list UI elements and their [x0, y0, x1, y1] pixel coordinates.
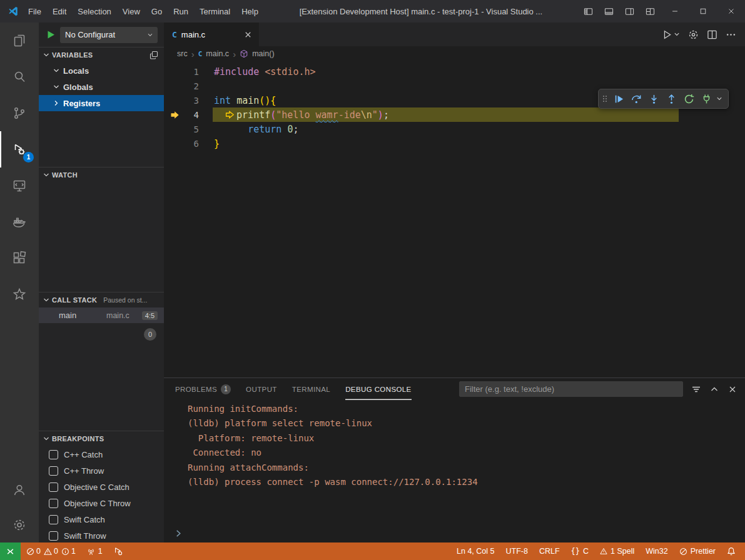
stack-frame-row[interactable]: main main.c 4:5	[39, 308, 164, 323]
encoding-status[interactable]: UTF-8	[500, 542, 533, 560]
code-editor[interactable]: 1#include <stdio.h>23int main(){4 printf…	[164, 61, 745, 378]
close-panel-icon[interactable]	[727, 384, 737, 394]
code-line-4[interactable]: 4 printf("hello wamr-ide\n");	[164, 108, 745, 122]
layout-panel-icon[interactable]	[599, 0, 619, 22]
code-line-6[interactable]: 6}	[164, 136, 745, 151]
console-filter-input[interactable]	[459, 381, 683, 397]
breakpoint-item[interactable]: Swift Throw	[39, 528, 164, 542]
breadcrumb-folder[interactable]: src	[177, 49, 188, 58]
debug-status[interactable]	[108, 542, 128, 560]
menu-go[interactable]: Go	[146, 4, 168, 19]
breakpoints-pane: BREAKPOINTS C++ CatchC++ ThrowObjective …	[39, 431, 164, 542]
activitybar-docker[interactable]	[0, 204, 39, 240]
line-number: 1	[185, 67, 199, 77]
menu-run[interactable]: Run	[168, 4, 194, 19]
code-line-5[interactable]: 5 return 0;	[164, 122, 745, 136]
variables-scope-globals[interactable]: Globals	[39, 79, 164, 95]
activitybar-star[interactable]	[0, 276, 39, 312]
editor-group: C main.c src › C main.c › main()	[164, 22, 745, 542]
menu-help[interactable]: Help	[236, 4, 264, 19]
stackframe-arrow-icon	[225, 111, 236, 119]
code-line-1[interactable]: 1#include <stdio.h>	[164, 64, 745, 79]
step-over-icon[interactable]	[631, 94, 642, 104]
menu-selection[interactable]: Selection	[72, 4, 116, 19]
breakpoint-checkbox[interactable]	[49, 531, 58, 541]
step-into-icon[interactable]	[648, 94, 660, 104]
layout-sidebar-icon[interactable]	[578, 0, 599, 22]
maximize-panel-icon[interactable]	[709, 384, 719, 394]
layout-secondary-sidebar-icon[interactable]	[619, 0, 640, 22]
breakpoint-item[interactable]: C++ Throw	[39, 462, 164, 479]
more-actions-icon[interactable]	[726, 29, 736, 40]
tab-problems[interactable]: PROBLEMS 1	[175, 378, 231, 400]
tab-main-c[interactable]: C main.c	[164, 22, 259, 46]
activitybar-settings[interactable]	[0, 508, 39, 542]
chevron-down-icon	[51, 66, 61, 76]
problems-status[interactable]: 0 0 1	[21, 542, 81, 560]
run-or-debug-icon[interactable]	[662, 29, 680, 40]
variables-header[interactable]: VARIABLES	[39, 48, 164, 62]
menu-file[interactable]: File	[23, 4, 47, 19]
activitybar-extensions[interactable]	[0, 240, 39, 276]
close-button[interactable]	[717, 0, 745, 22]
variables-scope-registers[interactable]: Registers	[39, 95, 164, 111]
variables-scope-locals[interactable]: Locals	[39, 62, 164, 79]
menu-view[interactable]: View	[117, 4, 146, 19]
tab-debug-console[interactable]: DEBUG CONSOLE	[345, 378, 412, 400]
continue-icon[interactable]	[613, 94, 625, 104]
remote-indicator[interactable]	[0, 542, 21, 560]
frame-location-badge: 4:5	[142, 311, 158, 320]
breadcrumb-symbol[interactable]: main()	[252, 49, 274, 58]
platform-status[interactable]: Win32	[640, 542, 673, 560]
copy-icon[interactable]	[149, 50, 159, 60]
activitybar-source-control[interactable]	[0, 95, 39, 131]
gear-icon[interactable]	[688, 29, 699, 40]
tab-terminal[interactable]: TERMINAL	[292, 378, 330, 400]
restart-icon[interactable]	[683, 94, 695, 104]
debug-config-dropdown[interactable]: No Configurat	[60, 27, 158, 43]
minimize-button[interactable]	[661, 0, 689, 22]
eol-status[interactable]: CRLF	[534, 542, 565, 560]
breakpoint-checkbox[interactable]	[49, 466, 58, 476]
maximize-button[interactable]	[689, 0, 717, 22]
activitybar-run-and-debug[interactable]: 1	[0, 131, 39, 168]
breakpoint-item[interactable]: C++ Catch	[39, 446, 164, 462]
split-editor-icon[interactable]	[707, 29, 717, 40]
activitybar-explorer[interactable]	[0, 22, 39, 59]
menu-edit[interactable]: Edit	[47, 4, 72, 19]
console-input[interactable]	[164, 524, 745, 542]
remote-icon	[6, 547, 15, 556]
language-mode[interactable]: {}C	[565, 542, 594, 560]
cursor-position[interactable]: Ln 4, Col 5	[451, 542, 500, 560]
activitybar-remote-explorer[interactable]	[0, 168, 39, 204]
breakpoints-header[interactable]: BREAKPOINTS	[39, 431, 164, 446]
step-out-icon[interactable]	[666, 94, 677, 104]
tab-output[interactable]: OUTPUT	[246, 378, 277, 400]
watch-header[interactable]: WATCH	[39, 168, 164, 182]
breakpoint-item[interactable]: Objective C Throw	[39, 495, 164, 511]
tab-close-icon[interactable]	[243, 30, 253, 39]
toolbar-grip-icon[interactable]	[602, 94, 608, 104]
menu-terminal[interactable]: Terminal	[194, 4, 236, 19]
filter-icon[interactable]	[691, 384, 701, 394]
start-debugging-icon[interactable]	[46, 30, 56, 39]
breakpoint-item[interactable]: Swift Catch	[39, 511, 164, 528]
spell-status[interactable]: 1 Spell	[594, 542, 640, 560]
notifications-bell[interactable]	[721, 542, 741, 560]
breakpoint-checkbox[interactable]	[49, 482, 58, 492]
debug-current-line-arrow-icon[interactable]	[164, 111, 185, 119]
ports-status[interactable]: 1	[81, 542, 108, 560]
breakpoint-item[interactable]: Objective C Catch	[39, 479, 164, 495]
breadcrumb-file[interactable]: main.c	[206, 49, 229, 58]
chevron-down-icon[interactable]	[716, 96, 722, 102]
call-stack-header[interactable]: CALL STACK Paused on st...	[39, 292, 164, 308]
breakpoint-checkbox[interactable]	[49, 499, 58, 508]
prettier-status[interactable]: Prettier	[674, 542, 721, 560]
breakpoint-checkbox[interactable]	[49, 515, 58, 524]
disconnect-icon[interactable]	[701, 94, 712, 104]
activitybar-accounts[interactable]	[0, 472, 39, 508]
customize-layout-icon[interactable]	[640, 0, 661, 22]
activitybar-search[interactable]	[0, 59, 39, 95]
breakpoint-checkbox[interactable]	[49, 450, 58, 459]
breakpoints-title: BREAKPOINTS	[52, 435, 104, 442]
